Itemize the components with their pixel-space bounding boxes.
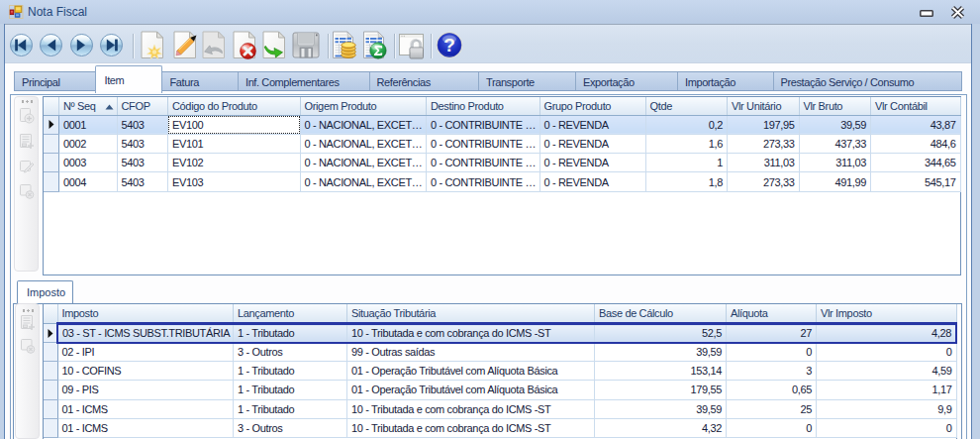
svg-text:?: ? bbox=[443, 35, 455, 55]
